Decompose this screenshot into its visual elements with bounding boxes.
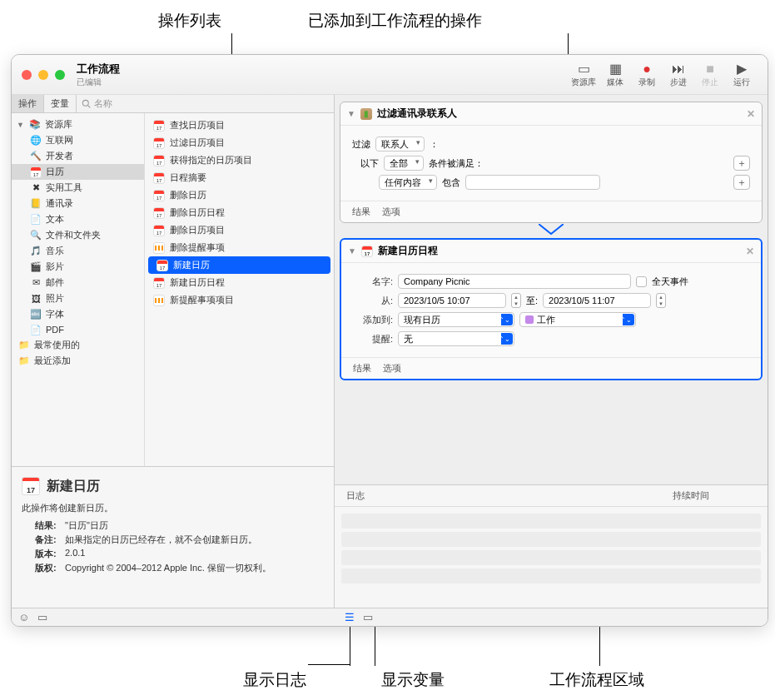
library-header[interactable]: ▼📚资源库 bbox=[12, 117, 144, 132]
to-stepper[interactable]: ▲▼ bbox=[656, 293, 666, 308]
to-date-input[interactable] bbox=[543, 293, 651, 308]
wf-action-title: 新建日历日程 bbox=[378, 244, 438, 258]
action-item[interactable]: 17新建日历日程 bbox=[145, 274, 334, 291]
zoom-window-button[interactable] bbox=[55, 70, 65, 80]
action-item[interactable]: 17删除日历日程 bbox=[145, 204, 334, 221]
step-icon: ⏭ bbox=[672, 62, 685, 77]
library-item[interactable]: 📄PDF bbox=[12, 322, 144, 337]
match-all-select[interactable]: 全部 bbox=[384, 156, 424, 171]
actions-list[interactable]: 17查找日历项目17过滤日历项目17获得指定的日历项目17日程摘要17删除日历1… bbox=[145, 113, 334, 466]
remove-action-button[interactable]: ✕ bbox=[746, 246, 754, 257]
event-name-input[interactable] bbox=[398, 274, 631, 289]
smart-folder-item[interactable]: 📁最近添加 bbox=[12, 353, 144, 369]
allday-checkbox[interactable] bbox=[636, 276, 647, 287]
search-field[interactable]: 名称 bbox=[77, 95, 334, 112]
wf-action-title: 过滤通讯录联系人 bbox=[377, 107, 457, 121]
footer-bar: ☺ ▭ ☰ ▭ bbox=[12, 608, 768, 626]
library-item[interactable]: 🖼照片 bbox=[12, 290, 144, 306]
minimize-window-button[interactable] bbox=[38, 70, 48, 80]
results-tab[interactable]: 结果 bbox=[352, 206, 370, 218]
info-description: 此操作将创建新日历。 bbox=[22, 502, 324, 514]
remove-action-button[interactable]: ✕ bbox=[747, 108, 755, 120]
action-item[interactable]: 新提醒事项项目 bbox=[145, 291, 334, 309]
tab-variables[interactable]: 变量 bbox=[44, 95, 77, 112]
action-item[interactable]: 删除提醒事项 bbox=[145, 239, 334, 256]
search-icon bbox=[82, 99, 91, 108]
library-item[interactable]: 📄文本 bbox=[12, 211, 144, 227]
record-icon: ● bbox=[643, 62, 651, 77]
workflow-action-filter-contacts[interactable]: ▼ ▮ 过滤通讯录联系人 ✕ 过滤 联系人 ： 以下 全部 bbox=[340, 102, 763, 223]
info-title: 17新建日历 bbox=[22, 477, 324, 495]
options-tab[interactable]: 选项 bbox=[383, 362, 401, 375]
library-item[interactable]: ✉邮件 bbox=[12, 275, 144, 290]
condition-value-input[interactable] bbox=[465, 175, 600, 190]
library-categories[interactable]: ▼📚资源库🌐互联网🔨开发者17日历✖实用工具📒通讯录📄文本🔍文件和文件夹🎵音乐🎬… bbox=[12, 113, 145, 466]
show-log-button[interactable]: ☰ bbox=[345, 611, 355, 623]
library-item[interactable]: ✖实用工具 bbox=[12, 180, 144, 196]
tabs-search-bar: 操作 变量 名称 bbox=[12, 95, 334, 113]
field-select[interactable]: 任何内容 bbox=[379, 175, 437, 190]
window-subtitle: 已编辑 bbox=[77, 77, 120, 88]
workflow-area[interactable]: ▼ ▮ 过滤通讯录联系人 ✕ 过滤 联系人 ： 以下 全部 bbox=[335, 95, 768, 484]
window-controls bbox=[22, 70, 65, 80]
remind-select[interactable]: 无⌃⌄ bbox=[398, 331, 514, 346]
action-item[interactable]: 17过滤日历项目 bbox=[145, 134, 334, 151]
action-item[interactable]: 17删除日历项目 bbox=[145, 221, 334, 239]
titlebar: 工作流程 已编辑 ▭ 资源库 ▦ 媒体 ● 录制 ⏭ 步进 ■ 停止 ▶ 运行 bbox=[12, 55, 768, 95]
library-item[interactable]: 📒通讯录 bbox=[12, 196, 144, 211]
action-item[interactable]: 17获得指定的日历项目 bbox=[145, 151, 334, 169]
action-info-pane: 17新建日历 此操作将创建新日历。 结果:"日历"日历 备注:如果指定的日历已经… bbox=[12, 466, 334, 608]
toolbar-run-button[interactable]: ▶ 运行 bbox=[726, 62, 758, 88]
allday-label: 全天事件 bbox=[652, 276, 688, 288]
connector-icon bbox=[539, 224, 564, 236]
calendar-icon: 17 bbox=[361, 246, 373, 257]
log-col-header: 日志 bbox=[346, 489, 673, 502]
action-item[interactable]: 17日程摘要 bbox=[145, 169, 334, 186]
library-item[interactable]: 🎵音乐 bbox=[12, 243, 144, 259]
workflow-panel: ▼ ▮ 过滤通讯录联系人 ✕ 过滤 联系人 ： 以下 全部 bbox=[335, 95, 768, 608]
disclosure-icon[interactable]: ▼ bbox=[347, 109, 355, 118]
filter-type-select[interactable]: 联系人 bbox=[375, 137, 425, 151]
action-item[interactable]: 17删除日历 bbox=[145, 186, 334, 204]
footer-panel-button[interactable]: ▭ bbox=[37, 611, 47, 623]
filter-label: 过滤 bbox=[352, 138, 370, 151]
callout-actions-list: 操作列表 bbox=[158, 10, 221, 32]
callout-workflow-actions: 已添加到工作流程的操作 bbox=[308, 10, 482, 32]
toolbar-media-button[interactable]: ▦ 媒体 bbox=[599, 62, 631, 88]
library-item[interactable]: 🔍文件和文件夹 bbox=[12, 227, 144, 243]
workflow-action-new-event[interactable]: ▼ 17 新建日历日程 ✕ 名字: 全天事件 从: bbox=[340, 238, 763, 380]
window-title: 工作流程 bbox=[77, 62, 120, 77]
name-label: 名字: bbox=[353, 276, 393, 288]
close-window-button[interactable] bbox=[22, 70, 32, 80]
from-stepper[interactable]: ▲▼ bbox=[511, 293, 521, 308]
media-icon: ▦ bbox=[609, 62, 622, 77]
tab-actions[interactable]: 操作 bbox=[12, 95, 44, 112]
callout-show-log: 显示日志 bbox=[243, 669, 306, 691]
toolbar-record-button[interactable]: ● 录制 bbox=[631, 62, 663, 88]
add-row-button[interactable]: ＋ bbox=[733, 175, 750, 190]
addto-select[interactable]: 现有日历⌃⌄ bbox=[398, 312, 514, 327]
action-item[interactable]: 17新建日历 bbox=[148, 256, 330, 274]
toolbar-library-button[interactable]: ▭ 资源库 bbox=[568, 62, 599, 88]
panel-icon: ▭ bbox=[578, 62, 590, 77]
results-tab[interactable]: 结果 bbox=[353, 362, 371, 375]
from-date-input[interactable] bbox=[398, 293, 506, 308]
calendar-select[interactable]: 工作⌃⌄ bbox=[519, 312, 636, 327]
library-item[interactable]: 17日历 bbox=[12, 164, 144, 180]
library-item[interactable]: 🌐互联网 bbox=[12, 132, 144, 148]
action-item[interactable]: 17查找日历项目 bbox=[145, 117, 334, 134]
addto-label: 添加到: bbox=[353, 314, 393, 326]
stop-icon: ■ bbox=[706, 62, 714, 77]
library-item[interactable]: 🔤字体 bbox=[12, 306, 144, 322]
smart-folder-item[interactable]: 📁最常使用的 bbox=[12, 337, 144, 353]
log-area: 日志 持续时间 bbox=[335, 484, 768, 608]
action-menu-button[interactable]: ☺ bbox=[18, 611, 29, 623]
library-item[interactable]: 🔨开发者 bbox=[12, 148, 144, 164]
toolbar-stop-button[interactable]: ■ 停止 bbox=[694, 62, 726, 88]
disclosure-icon[interactable]: ▼ bbox=[348, 246, 356, 256]
toolbar-step-button[interactable]: ⏭ 步进 bbox=[663, 62, 694, 88]
library-item[interactable]: 🎬影片 bbox=[12, 259, 144, 275]
options-tab[interactable]: 选项 bbox=[382, 206, 400, 218]
add-condition-button[interactable]: ＋ bbox=[733, 156, 750, 171]
show-variables-button[interactable]: ▭ bbox=[363, 611, 373, 623]
